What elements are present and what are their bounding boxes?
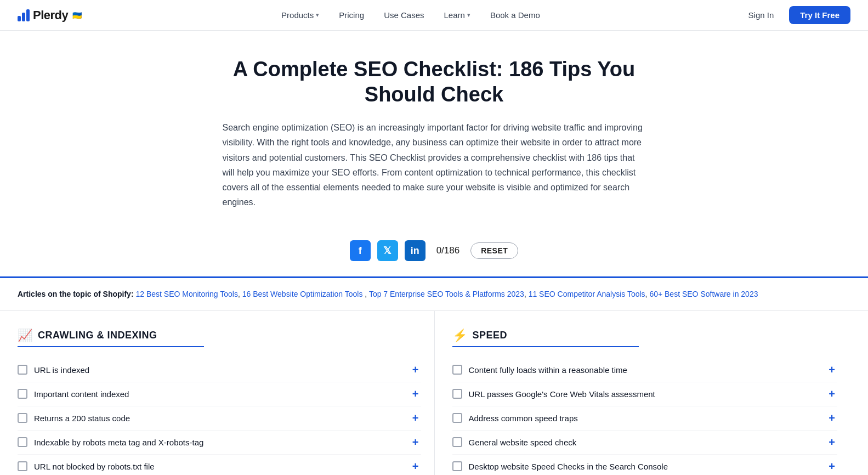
crawling-divider — [18, 346, 204, 347]
list-item[interactable]: Indexable by robots meta tag and X-robot… — [18, 431, 421, 455]
list-item[interactable]: Desktop website Speed Checks in the Sear… — [452, 455, 838, 475]
checkbox[interactable] — [18, 437, 27, 447]
sign-in-button[interactable]: Sign In — [740, 7, 783, 23]
nav-item-use-cases[interactable]: Use Cases — [376, 7, 432, 23]
logo-text: Plerdy — [33, 8, 68, 22]
checkbox[interactable] — [452, 461, 462, 471]
checklist-container: 📈 CRAWLING & INDEXING URL is indexed + I… — [0, 311, 868, 475]
navbar-actions: Sign In Try It Free — [740, 6, 850, 24]
nav-item-learn[interactable]: Learn ▾ — [436, 7, 478, 23]
checkbox[interactable] — [452, 365, 462, 375]
checkbox[interactable] — [18, 413, 27, 423]
list-item[interactable]: URL passes Google's Core Web Vitals asse… — [452, 382, 838, 406]
twitter-icon[interactable]: 𝕏 — [377, 240, 398, 261]
checkbox[interactable] — [452, 413, 462, 423]
nav-item-pricing[interactable]: Pricing — [331, 7, 372, 23]
list-item[interactable]: Returns a 200 status code + — [18, 406, 421, 431]
list-item[interactable]: URL not blocked by robots.txt file + — [18, 455, 421, 475]
hero-description: Search engine optimization (SEO) is an i… — [223, 120, 646, 210]
expand-icon[interactable]: + — [826, 388, 837, 400]
nav-item-book-demo[interactable]: Book a Demo — [483, 7, 548, 23]
expand-icon[interactable]: + — [826, 412, 837, 425]
list-item[interactable]: Important content indexed + — [18, 382, 421, 406]
expand-icon[interactable]: + — [826, 460, 837, 473]
main-nav: Products ▾ Pricing Use Cases Learn ▾ Boo… — [274, 7, 548, 23]
list-item[interactable]: Address common speed traps + — [452, 406, 838, 431]
articles-bar: Articles on the topic of Shopify: 12 Bes… — [0, 278, 868, 310]
logo-link[interactable]: Plerdy 🇺🇦 — [18, 8, 82, 22]
facebook-icon[interactable]: f — [350, 240, 371, 261]
social-bar: f 𝕏 in 0/186 RESET — [0, 227, 868, 276]
list-item[interactable]: General website speed check + — [452, 431, 838, 455]
articles-prefix: Articles on the topic of Shopify: — [18, 290, 134, 298]
crawling-column: 📈 CRAWLING & INDEXING URL is indexed + I… — [18, 311, 434, 475]
linkedin-icon[interactable]: in — [405, 240, 426, 261]
expand-icon[interactable]: + — [826, 364, 837, 376]
checkbox[interactable] — [18, 365, 27, 375]
expand-icon[interactable]: + — [410, 364, 421, 376]
crawling-title: CRAWLING & INDEXING — [38, 330, 157, 341]
logo-flag: 🇺🇦 — [72, 11, 82, 20]
nav-item-products[interactable]: Products ▾ — [274, 7, 327, 23]
article-link-2[interactable]: 16 Best Website Optimization Tools — [242, 290, 363, 298]
hero-section: A Complete SEO Checklist: 186 Tips You S… — [209, 31, 659, 227]
list-item[interactable]: URL is indexed + — [18, 358, 421, 382]
checkbox[interactable] — [452, 389, 462, 399]
speed-divider — [452, 346, 639, 347]
reset-button[interactable]: RESET — [470, 242, 518, 259]
speed-title: SPEED — [473, 330, 508, 341]
speed-icon: ⚡ — [452, 329, 467, 343]
page-title: A Complete SEO Checklist: 186 Tips You S… — [223, 57, 646, 107]
checkbox[interactable] — [452, 437, 462, 447]
article-link-5[interactable]: 60+ Best SEO Software in 2023 — [649, 290, 758, 298]
navbar: Plerdy 🇺🇦 Products ▾ Pricing Use Cases L… — [0, 0, 868, 31]
crawling-header: 📈 CRAWLING & INDEXING — [18, 329, 421, 343]
article-link-4[interactable]: 11 SEO Competitor Analysis Tools — [529, 290, 645, 298]
article-link-1[interactable]: 12 Best SEO Monitoring Tools — [135, 290, 238, 298]
try-free-button[interactable]: Try It Free — [789, 6, 850, 24]
expand-icon[interactable]: + — [410, 436, 421, 449]
crawling-icon: 📈 — [18, 329, 32, 343]
list-item[interactable]: Content fully loads within a reasonable … — [452, 358, 838, 382]
speed-security-column: ⚡ SPEED Content fully loads within a rea… — [434, 311, 851, 475]
checkbox[interactable] — [18, 461, 27, 471]
logo-icon — [18, 9, 30, 21]
article-link-3[interactable]: Top 7 Enterprise SEO Tools & Platforms 2… — [369, 290, 524, 298]
checkbox[interactable] — [18, 389, 27, 399]
chevron-down-icon: ▾ — [467, 12, 470, 19]
expand-icon[interactable]: + — [410, 412, 421, 425]
checklist-counter: 0/186 — [436, 245, 460, 256]
speed-header: ⚡ SPEED — [452, 329, 838, 343]
expand-icon[interactable]: + — [410, 460, 421, 473]
expand-icon[interactable]: + — [826, 436, 837, 449]
expand-icon[interactable]: + — [410, 388, 421, 400]
chevron-down-icon: ▾ — [316, 12, 319, 19]
